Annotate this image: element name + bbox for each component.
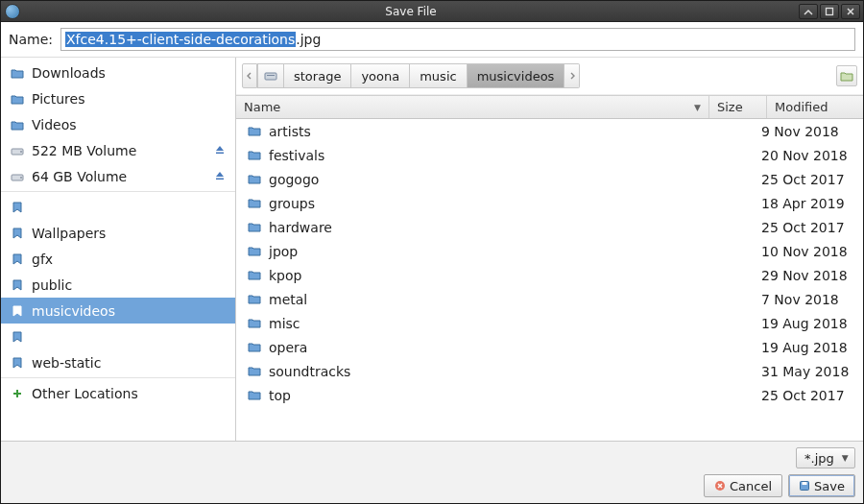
- path-bar: storageyoonamusicmusicvideos: [236, 58, 863, 95]
- folder-icon: [248, 317, 261, 330]
- file-name: groups: [269, 196, 704, 211]
- sidebar-other-locations[interactable]: Other Locations: [1, 380, 235, 406]
- sidebar-item-label: 522 MB Volume: [32, 143, 136, 158]
- path-segment[interactable]: musicvideos: [468, 63, 565, 88]
- file-row[interactable]: metal7 Nov 2018: [236, 287, 863, 311]
- sidebar-item-label: Videos: [32, 117, 77, 132]
- file-row[interactable]: soundtracks31 May 2018: [236, 359, 863, 383]
- file-type-filter[interactable]: *.jpg ▼: [796, 447, 855, 468]
- window-title: Save File: [385, 5, 436, 18]
- sidebar-item-label: musicvideos: [32, 303, 115, 319]
- filename-input[interactable]: Xfce4.15+-client-side-decorations.jpg: [60, 28, 855, 51]
- path-segment[interactable]: storage: [284, 63, 351, 88]
- file-row[interactable]: kpop29 Nov 2018: [236, 263, 863, 287]
- titlebar[interactable]: Save File: [1, 1, 863, 22]
- file-list-header: Name▼ Size Modified: [236, 95, 863, 119]
- file-name: artists: [269, 124, 704, 139]
- folder-icon: [248, 221, 261, 234]
- sidebar-place[interactable]: Videos: [1, 111, 235, 137]
- path-root-icon[interactable]: [257, 63, 284, 88]
- file-row[interactable]: top25 Oct 2017: [236, 383, 863, 407]
- sidebar-bookmark[interactable]: gfx: [1, 246, 235, 272]
- eject-icon[interactable]: [214, 144, 228, 157]
- save-button[interactable]: Save: [788, 474, 855, 497]
- file-modified: 25 Oct 2017: [761, 388, 857, 403]
- file-name: soundtracks: [269, 364, 704, 379]
- file-modified: 19 Aug 2018: [761, 340, 857, 355]
- folder-icon: [248, 197, 261, 210]
- svg-point-2: [20, 151, 22, 153]
- sidebar-bookmark[interactable]: [1, 324, 235, 349]
- path-segment[interactable]: music: [410, 63, 467, 88]
- file-modified: 20 Nov 2018: [761, 148, 857, 163]
- filename-extension: .jpg: [296, 32, 321, 47]
- column-name[interactable]: Name▼: [236, 96, 709, 118]
- path-segment[interactable]: yoona: [351, 63, 410, 88]
- folder-icon: [248, 125, 261, 138]
- cancel-button[interactable]: Cancel: [704, 474, 782, 497]
- column-size[interactable]: Size: [709, 96, 767, 118]
- file-row[interactable]: hardware25 Oct 2017: [236, 215, 863, 239]
- folder-icon: [11, 118, 24, 132]
- sidebar-place[interactable]: 522 MB Volume: [1, 137, 235, 163]
- sidebar-item-label: Other Locations: [32, 386, 138, 401]
- bookmark-icon: [11, 304, 24, 318]
- column-modified[interactable]: Modified: [767, 96, 863, 118]
- file-modified: 25 Oct 2017: [761, 172, 857, 187]
- filename-label: Name:: [9, 32, 53, 47]
- file-row[interactable]: festivals20 Nov 2018: [236, 143, 863, 167]
- bookmark-icon: [11, 252, 24, 266]
- file-row[interactable]: artists9 Nov 2018: [236, 119, 863, 143]
- save-icon: [799, 480, 810, 492]
- sidebar-place[interactable]: Downloads: [1, 60, 235, 85]
- folder-icon: [11, 66, 24, 80]
- dialog-body: DownloadsPicturesVideos522 MB Volume64 G…: [1, 58, 863, 441]
- bookmark-icon: [11, 227, 24, 240]
- dialog-bottom: *.jpg ▼ Cancel Save: [1, 441, 863, 503]
- file-modified: 18 Apr 2019: [761, 196, 857, 211]
- path-back-button[interactable]: [242, 63, 257, 88]
- sidebar-bookmark[interactable]: Wallpapers: [1, 220, 235, 246]
- sidebar-item-label: public: [32, 277, 72, 293]
- sidebar-item-label: Pictures: [32, 91, 84, 107]
- minimize-button[interactable]: [799, 4, 818, 19]
- file-row[interactable]: groups18 Apr 2019: [236, 191, 863, 215]
- eject-icon[interactable]: [214, 170, 228, 183]
- file-list[interactable]: artists9 Nov 2018festivals20 Nov 2018gog…: [236, 119, 863, 441]
- new-folder-button[interactable]: [836, 65, 857, 86]
- maximize-button[interactable]: [820, 4, 839, 19]
- svg-rect-3: [216, 152, 224, 154]
- sidebar-bookmark[interactable]: public: [1, 272, 235, 298]
- file-row[interactable]: jpop10 Nov 2018: [236, 239, 863, 263]
- file-name: jpop: [269, 244, 704, 259]
- sidebar-bookmark[interactable]: web-static: [1, 349, 235, 375]
- cancel-icon: [714, 480, 726, 492]
- save-file-dialog: Save File Name: Xfce4.15+-client-side-de…: [0, 0, 864, 504]
- file-modified: 25 Oct 2017: [761, 220, 857, 235]
- file-modified: 9 Nov 2018: [761, 124, 857, 139]
- folder-icon: [248, 173, 261, 186]
- file-row[interactable]: opera19 Aug 2018: [236, 335, 863, 359]
- sidebar-item-label: 64 GB Volume: [32, 169, 127, 184]
- file-name: opera: [269, 340, 704, 355]
- sidebar-bookmark[interactable]: [1, 194, 235, 220]
- sidebar-item-label: Wallpapers: [32, 226, 106, 241]
- chevron-down-icon: ▼: [842, 453, 849, 463]
- sidebar-item-label: web-static: [32, 355, 101, 371]
- file-row[interactable]: misc19 Aug 2018: [236, 311, 863, 335]
- close-button[interactable]: [841, 4, 860, 19]
- file-modified: 7 Nov 2018: [761, 292, 857, 307]
- svg-rect-8: [267, 75, 275, 76]
- file-modified: 31 May 2018: [761, 364, 857, 379]
- file-row[interactable]: gogogo25 Oct 2017: [236, 167, 863, 191]
- file-name: gogogo: [269, 172, 704, 187]
- sidebar-bookmark[interactable]: musicvideos: [1, 298, 235, 324]
- filename-selected-text: Xfce4.15+-client-side-decorations: [65, 32, 296, 47]
- sidebar-place[interactable]: Pictures: [1, 85, 235, 111]
- sidebar-place[interactable]: 64 GB Volume: [1, 163, 235, 189]
- plus-icon: [11, 387, 24, 400]
- svg-point-5: [20, 177, 22, 179]
- path-forward-button[interactable]: [564, 63, 580, 88]
- folder-icon: [248, 365, 261, 378]
- file-pane: storageyoonamusicmusicvideos Name▼ Size …: [236, 58, 863, 441]
